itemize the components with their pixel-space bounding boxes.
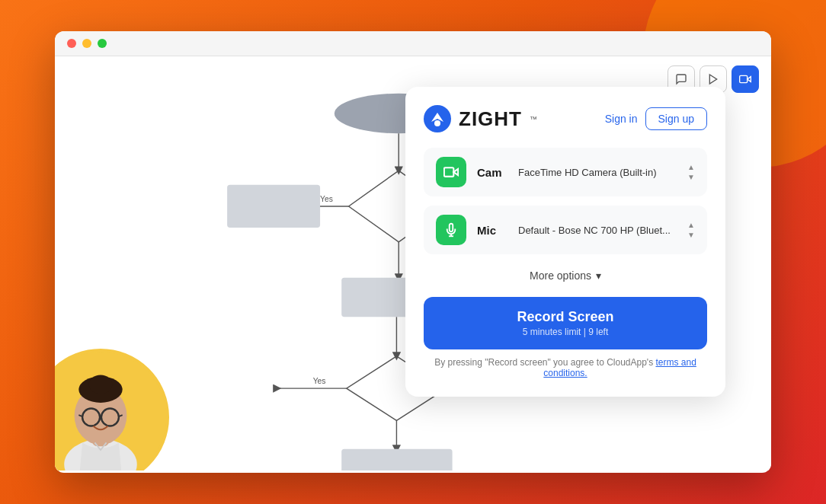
more-options-row[interactable]: More options ▾	[424, 263, 707, 288]
cam-stepper[interactable]: ▲ ▼	[687, 163, 695, 181]
mic-icon	[436, 215, 466, 245]
browser-content: Yes Yes	[55, 56, 771, 471]
terms-prefix: By pressing "Record screen" you agree to…	[434, 357, 655, 368]
cam-label: Cam	[477, 166, 507, 179]
record-btn-title: Record Screen	[436, 309, 695, 325]
traffic-light-green	[98, 39, 107, 48]
terms-text: By pressing "Record screen" you agree to…	[424, 357, 707, 378]
svg-rect-7	[227, 185, 320, 228]
logo-tm: ™	[530, 115, 537, 123]
svg-rect-1	[740, 75, 748, 82]
popup-panel: ZIGHT™ Sign in Sign up Cam FaceTime HD C…	[405, 87, 725, 397]
cam-icon	[436, 157, 466, 187]
popup-header: ZIGHT™ Sign in Sign up	[424, 105, 707, 132]
zight-logo-icon	[424, 105, 451, 132]
traffic-light-yellow	[82, 39, 91, 48]
svg-text:Yes: Yes	[313, 377, 326, 385]
cam-row: Cam FaceTime HD Camera (Built-in) ▲ ▼	[424, 148, 707, 196]
svg-text:Yes: Yes	[320, 195, 333, 203]
logo-text: ZIGHT	[459, 107, 522, 131]
traffic-light-red	[67, 39, 76, 48]
cam-device[interactable]: FaceTime HD Camera (Built-in)	[518, 167, 677, 178]
chevron-down-icon: ▾	[596, 270, 601, 282]
browser-window: Yes Yes	[55, 31, 771, 473]
browser-titlebar	[55, 31, 771, 56]
record-screen-button[interactable]: Record Screen 5 minutes limit | 9 left	[424, 297, 707, 349]
logo-area: ZIGHT™	[424, 105, 537, 132]
svg-rect-31	[444, 167, 454, 177]
camera-button[interactable]	[732, 65, 759, 93]
svg-rect-17	[341, 449, 452, 471]
svg-marker-0	[709, 75, 716, 84]
svg-point-23	[89, 375, 113, 394]
mic-stepper[interactable]: ▲ ▼	[687, 221, 695, 239]
auth-buttons: Sign in Sign up	[605, 107, 707, 130]
sign-up-button[interactable]: Sign up	[645, 107, 707, 130]
mic-label: Mic	[477, 224, 507, 237]
record-btn-subtitle: 5 minutes limit | 9 left	[436, 327, 695, 337]
mic-row: Mic Default - Bose NC 700 HP (Bluet... ▲…	[424, 206, 707, 254]
svg-point-30	[434, 120, 440, 126]
mic-device[interactable]: Default - Bose NC 700 HP (Bluet...	[518, 225, 677, 236]
more-options-label: More options	[530, 270, 591, 282]
sign-in-button[interactable]: Sign in	[605, 113, 638, 125]
